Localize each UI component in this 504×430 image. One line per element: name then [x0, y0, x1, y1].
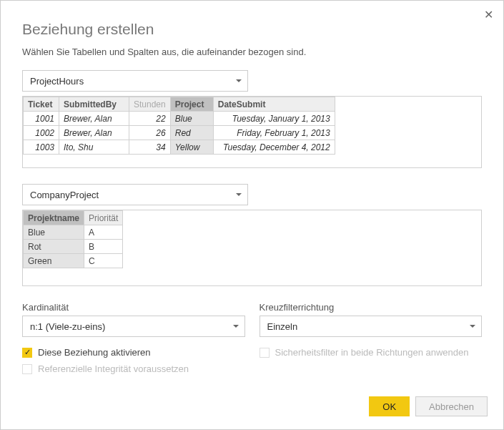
cancel-button[interactable]: Abbrechen: [415, 396, 488, 416]
bidir-security-label: Sicherheitsfilter in beide Richtungen an…: [275, 347, 469, 358]
cardinality-select[interactable]: n:1 (Viele-zu-eins): [22, 316, 245, 337]
table-row: Rot B: [24, 240, 123, 254]
table-row: 1003 Ito, Shu 34 Yellow Tuesday, Decembe…: [24, 140, 335, 155]
table1-header-row: Ticket SubmittedBy Stunden Project DateS…: [24, 97, 335, 112]
table2-header-row: Projektname Priorität: [24, 211, 123, 225]
table2-select-value: CompanyProject: [30, 190, 99, 200]
table1-select-value: ProjectHours: [30, 76, 84, 87]
table2-preview: Projektname Priorität Blue A Rot B Green…: [22, 210, 482, 286]
col-prioritat[interactable]: Priorität: [84, 211, 123, 225]
crossfilter-label: Kreuzfilterrichtung: [260, 302, 483, 313]
checkbox-icon: [22, 364, 32, 374]
crossfilter-value: Einzeln: [267, 321, 298, 332]
referential-label: Referenzielle Integrität voraussetzen: [38, 363, 189, 374]
referential-integrity-checkbox: Referenzielle Integrität voraussetzen: [22, 363, 245, 374]
table1-select[interactable]: ProjectHours: [22, 70, 248, 92]
col-projektname[interactable]: Projektname: [24, 211, 84, 225]
activate-label: Diese Beziehung aktivieren: [38, 347, 151, 358]
table-row: Blue A: [24, 225, 123, 240]
crossfilter-select[interactable]: Einzeln: [260, 316, 483, 337]
chevron-down-icon: [233, 325, 239, 328]
chevron-down-icon: [236, 193, 242, 196]
col-ticket[interactable]: Ticket: [24, 97, 59, 112]
col-stunden[interactable]: Stunden: [129, 97, 171, 112]
table-row: Green C: [24, 254, 123, 268]
bidir-security-checkbox: Sicherheitsfilter in beide Richtungen an…: [260, 347, 483, 358]
col-datesubmit[interactable]: DateSubmit: [213, 97, 335, 112]
table2-select[interactable]: CompanyProject: [22, 184, 248, 205]
chevron-down-icon: [470, 325, 475, 328]
table-row: 1001 Brewer, Alan 22 Blue Tuesday, Janua…: [24, 112, 335, 126]
dialog-footer: OK Abbrechen: [369, 396, 488, 416]
dialog-title: Beziehung erstellen: [22, 21, 482, 38]
col-submittedby[interactable]: SubmittedBy: [59, 97, 129, 112]
table-row: 1002 Brewer, Alan 26 Red Friday, Februar…: [24, 126, 335, 140]
ok-button[interactable]: OK: [369, 396, 410, 416]
cardinality-value: n:1 (Viele-zu-eins): [30, 321, 105, 332]
cardinality-label: Kardinalität: [22, 302, 245, 313]
checkbox-icon: [260, 348, 270, 358]
create-relationship-dialog: ✕ Beziehung erstellen Wählen Sie Tabelle…: [0, 0, 504, 430]
chevron-down-icon: [236, 79, 242, 82]
col-project[interactable]: Project: [170, 97, 213, 112]
close-icon[interactable]: ✕: [484, 8, 493, 21]
checkbox-icon: ✓: [22, 348, 32, 358]
dialog-subtitle: Wählen Sie Tabellen und Spalten aus, die…: [22, 47, 482, 57]
table1-preview: Ticket SubmittedBy Stunden Project DateS…: [22, 96, 482, 168]
activate-relationship-checkbox[interactable]: ✓ Diese Beziehung aktivieren: [22, 347, 245, 358]
